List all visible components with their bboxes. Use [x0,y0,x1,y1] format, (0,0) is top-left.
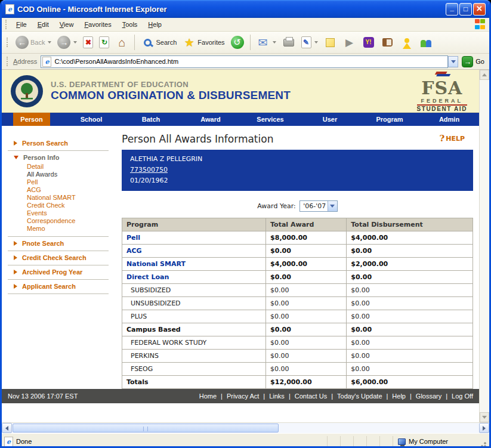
minimize-button[interactable]: _ [446,3,458,16]
tab-program[interactable]: Program [360,113,419,126]
toolbar-grip-icon[interactable] [5,20,8,29]
menu-help[interactable]: Help [143,20,167,29]
toolbar-grip-icon[interactable] [7,57,10,66]
media-button[interactable]: ▶ [341,35,359,50]
scrollbar-track[interactable] [480,80,489,412]
sidebar-item-correspondence[interactable]: Correspondence [27,217,109,225]
total-disbursement-value: $0.00 [347,363,473,376]
stop-icon: ✖ [83,36,93,48]
history-button[interactable]: ↺ [228,35,246,50]
ed-seal-logo [10,75,44,108]
tab-school[interactable]: School [61,113,121,126]
scrollbar-thumb[interactable] [13,424,279,432]
page-footer: Nov 13 2006 17:07 EST Home| Privacy Act|… [2,389,479,403]
total-award-value: $8,000.00 [266,231,347,245]
toolbar: ← Back → ✖ ↻ ⌂ Search ★ Favorites ↺ [2,32,489,54]
horizontal-scrollbar[interactable] [2,422,489,433]
footer-link-help[interactable]: Help [392,393,406,400]
menu-file[interactable]: File [11,20,32,29]
menu-favorites[interactable]: Favorites [79,20,116,29]
scroll-right-button[interactable] [479,423,489,433]
back-icon: ← [16,36,29,49]
edit-button[interactable]: ✎ [299,35,320,50]
award-year-select[interactable]: '06-'07 [299,200,338,212]
scrollbar-track[interactable] [12,423,479,433]
print-button[interactable] [280,35,298,50]
program-link-acg[interactable]: ACG [126,247,142,255]
mail-button[interactable]: ✉ [254,35,279,50]
total-award-value: $0.00 [266,271,347,284]
maximize-button[interactable]: □ [459,3,472,16]
msn-messenger-button[interactable] [417,35,435,50]
sidebar-item-memo[interactable]: Memo [27,225,109,233]
page-area: U.S. DEPARTMENT OF EDUCATION COMMON ORIG… [2,70,489,422]
search-button[interactable]: Search [138,35,179,50]
footer-link-links[interactable]: Links [269,393,285,400]
media-icon: ▶ [343,36,356,49]
sidebar-item-archived-prog-year[interactable]: Archived Prog Year [8,268,109,276]
home-button[interactable]: ⌂ [113,35,131,50]
scroll-down-button[interactable] [480,412,489,422]
forward-button[interactable]: → [55,35,79,50]
footer-link-home[interactable]: Home [199,393,217,400]
column-header-total-disbursement: Total Disbursement [347,218,473,231]
tab-services[interactable]: Services [240,113,300,126]
menu-edit[interactable]: Edit [32,20,54,29]
toolbar-grip-icon[interactable] [7,38,10,47]
sidebar-item-person-search[interactable]: Person Search [8,140,109,147]
sidebar-item-credit-check[interactable]: Credit Check [27,202,109,209]
program-link-pell[interactable]: Pell [126,234,140,242]
footer-link-privacy-act[interactable]: Privacy Act [227,393,259,400]
footer-link-log-off[interactable]: Log Off [452,393,473,400]
award-year-label: Award Year: [257,202,295,210]
vertical-scrollbar[interactable] [479,70,489,422]
menu-tools[interactable]: Tools [117,20,143,29]
sidebar-item-national-smart[interactable]: National SMART [27,194,109,202]
go-button[interactable]: → Go [462,56,487,67]
yahoo-messenger-button[interactable]: Y! [360,35,378,50]
sidebar-item-pnote-search[interactable]: Pnote Search [8,240,109,247]
chevron-down-icon[interactable] [328,201,337,211]
footer-link-glossary[interactable]: Glossary [416,393,441,400]
tab-award[interactable]: Award [181,113,240,126]
stop-button[interactable]: ✖ [81,35,95,50]
footer-link-contact-us[interactable]: Contact Us [295,393,327,400]
sidebar-item-person-info[interactable]: Person Info [8,154,109,161]
notes-button[interactable] [322,35,339,50]
sidebar-item-events[interactable]: Events [27,209,109,217]
address-dropdown-button[interactable] [448,56,458,67]
address-input[interactable]: e C:\cod\PersonAllAwardsInfoEnhanced.htm [41,55,448,68]
sidebar-item-applicant-search[interactable]: Applicant Search [8,283,109,290]
research-button[interactable] [379,35,397,50]
tab-person[interactable]: Person [2,113,61,126]
page-icon: e [42,57,51,67]
scroll-left-button[interactable] [2,423,12,433]
footer-link-todays-update[interactable]: Today's Update [337,393,382,400]
tab-batch[interactable]: Batch [121,113,181,126]
scroll-up-button[interactable] [480,70,489,80]
menu-view[interactable]: View [54,20,79,29]
address-value: C:\cod\PersonAllAwardsInfoEnhanced.htm [54,58,178,65]
favorites-button[interactable]: ★ Favorites [180,35,227,50]
refresh-button[interactable]: ↻ [97,35,112,50]
tab-user[interactable]: User [300,113,360,126]
sidebar-item-all-awards[interactable]: All Awards [27,171,109,178]
main-nav: Person School Batch Award Services User … [2,113,479,126]
sidebar-item-acg[interactable]: ACG [27,186,109,194]
sidebar-item-credit-check-search[interactable]: Credit Check Search [8,254,109,261]
aim-button[interactable] [398,35,416,50]
tab-admin[interactable]: Admin [419,113,479,126]
sidebar-item-pell[interactable]: Pell [27,178,109,186]
person-ssn-link[interactable]: 773500750 [130,166,168,174]
close-button[interactable]: ✕ [473,3,486,16]
back-button[interactable]: ← Back [13,35,54,50]
history-icon: ↺ [231,36,244,49]
resize-grip[interactable] [478,440,487,448]
sidebar-item-detail[interactable]: Detail [27,163,109,171]
agency-name: U.S. DEPARTMENT OF EDUCATION [51,80,291,89]
total-award-value: $0.00 [266,363,347,376]
help-link[interactable]: ? HELP [439,133,473,144]
program-link-national-smart[interactable]: National SMART [126,260,186,268]
menu-bar: File Edit View Favorites Tools Help [2,18,489,32]
program-link-direct-loan[interactable]: Direct Loan [126,273,169,281]
